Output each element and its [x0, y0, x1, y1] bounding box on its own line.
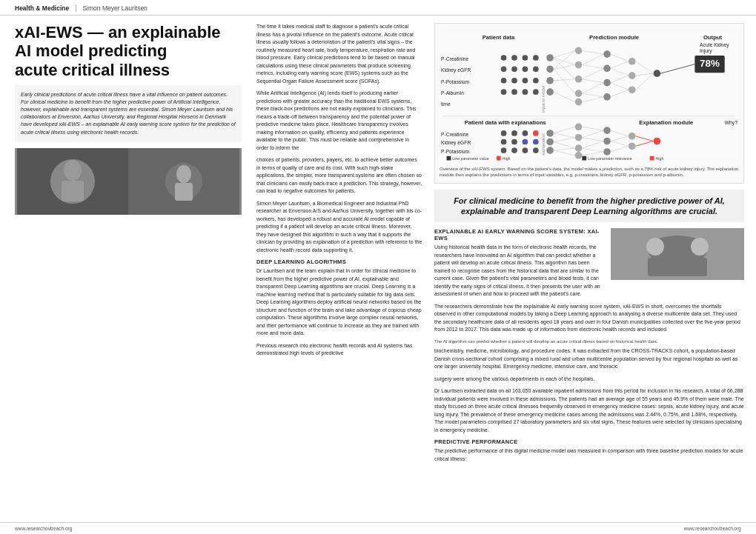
body-surgery: surgery were among the various departmen…: [434, 376, 744, 384]
svg-text:P-Creatinine: P-Creatinine: [441, 56, 469, 61]
svg-point-92: [501, 139, 507, 145]
svg-text:Acute Kidney: Acute Kidney: [700, 42, 729, 48]
svg-point-111: [629, 142, 636, 150]
page-wrapper: Health & Medicine | Simon Meyer Lauritse…: [0, 0, 756, 534]
svg-point-51: [629, 72, 636, 79]
article-title: xAI-EWS — an explainable AI model predic…: [15, 23, 242, 79]
svg-point-99: [533, 147, 539, 153]
svg-text:78%: 78%: [700, 58, 720, 69]
svg-text:Output: Output: [703, 34, 723, 41]
svg-point-38: [546, 66, 554, 73]
svg-point-41: [575, 47, 583, 55]
svg-text:Why?: Why?: [725, 120, 737, 126]
svg-text:Patient data: Patient data: [483, 34, 515, 41]
svg-rect-136: [582, 156, 586, 161]
svg-text:High: High: [503, 156, 511, 161]
svg-point-94: [523, 139, 528, 145]
svg-text:P-Potassium: P-Potassium: [441, 79, 469, 84]
svg-point-6: [176, 165, 191, 183]
svg-point-24: [533, 55, 539, 61]
small-image-right: [611, 228, 744, 280]
svg-point-90: [523, 130, 528, 136]
svg-point-102: [546, 147, 554, 154]
svg-text:Low parameter relevance: Low parameter relevance: [588, 156, 632, 161]
svg-point-32: [533, 78, 539, 84]
svg-point-109: [603, 148, 611, 156]
svg-text:High: High: [655, 156, 663, 161]
callout-text: For clinical medicine to benefit from th…: [442, 196, 737, 217]
middle-column: The time it takes medical staff to diagn…: [252, 16, 430, 522]
diagram-svg: Patient data Prediction module Output Ac…: [440, 28, 739, 161]
svg-point-34: [511, 89, 517, 95]
svg-point-45: [575, 99, 583, 106]
sidebar-box: Early clinical predictions of acute crit…: [15, 85, 242, 142]
svg-text:Patient data with explanations: Patient data with explanations: [465, 119, 546, 126]
body-biochem: biochemistry, medicine, microbiology, an…: [434, 347, 744, 371]
svg-point-47: [603, 65, 611, 73]
svg-point-35: [523, 89, 528, 95]
body-deep-learning: Dr Lauritsen and the team explain that i…: [256, 267, 422, 338]
svg-point-21: [501, 55, 507, 61]
svg-point-93: [511, 139, 517, 145]
svg-text:Kidney eGFR: Kidney eGFR: [441, 140, 471, 146]
svg-point-95: [533, 139, 539, 145]
svg-point-110: [629, 133, 636, 140]
svg-rect-7: [175, 183, 193, 201]
svg-point-28: [533, 67, 539, 73]
svg-point-105: [575, 144, 583, 152]
svg-point-36: [533, 89, 539, 95]
heading-predictive: PREDICTIVE PERFORMANCE: [434, 438, 744, 445]
svg-text:time: time: [441, 101, 451, 107]
body-previous: Previous research into electronic health…: [256, 342, 422, 358]
footer-bar: www.researchoutreach.org www.researchout…: [0, 522, 756, 534]
diagram-area: Patient data Prediction module Output Ac…: [434, 23, 744, 184]
svg-point-22: [511, 55, 517, 61]
svg-point-104: [575, 134, 583, 141]
svg-point-106: [575, 152, 583, 159]
svg-rect-142: [648, 258, 707, 276]
svg-text:Low  parameter value: Low parameter value: [452, 156, 488, 161]
title-line2: AI model predicting: [15, 41, 167, 60]
svg-point-48: [603, 79, 611, 87]
svg-point-91: [533, 130, 539, 136]
svg-point-50: [629, 58, 636, 65]
small-image-caption: The AI algorithm can predict whether a p…: [434, 338, 744, 344]
body-dr: Dr Lauritsen extracted data on all 163,0…: [434, 387, 744, 434]
body-p1: The time it takes medical staff to diagn…: [256, 23, 422, 85]
svg-point-96: [501, 147, 507, 153]
title-line1: xAI-EWS — an explainable: [15, 23, 221, 41]
svg-point-27: [523, 67, 528, 73]
svg-point-23: [523, 55, 528, 61]
header: Health & Medicine | Simon Meyer Lauritse…: [0, 0, 756, 16]
diagram-caption: Overview of the xAI-EWS system. Based on…: [440, 166, 739, 178]
svg-point-49: [603, 93, 611, 101]
header-category: Health & Medicine: [15, 4, 69, 12]
left-image: [15, 148, 242, 215]
main-content: xAI-EWS — an explainable AI model predic…: [0, 16, 756, 522]
sidebar-text: Early clinical predictions of acute crit…: [21, 92, 236, 135]
svg-point-112: [654, 138, 661, 145]
svg-point-97: [511, 147, 517, 153]
svg-text:Explanation module: Explanation module: [639, 119, 694, 126]
svg-text:explanation: explanation: [541, 133, 546, 156]
svg-point-29: [501, 78, 507, 84]
svg-text:P-Albumin: P-Albumin: [441, 90, 464, 96]
svg-point-53: [654, 70, 661, 77]
svg-text:input to model: input to model: [541, 86, 546, 113]
heading-deep-learning: DEEP LEARNING ALGORITHMS: [256, 258, 422, 265]
svg-rect-138: [650, 156, 654, 161]
right-column: Patient data Prediction module Output Ac…: [430, 16, 756, 522]
body-predictive: The predictive performance of this digit…: [434, 447, 744, 463]
svg-rect-132: [447, 156, 451, 161]
svg-point-52: [629, 86, 636, 93]
title-line3: acute critical illness: [15, 61, 170, 79]
body-xai2: The researchers demonstrate how the expl…: [434, 303, 744, 334]
svg-point-88: [501, 130, 507, 136]
svg-point-4: [64, 160, 82, 181]
svg-point-89: [511, 130, 517, 136]
left-column: xAI-EWS — an explainable AI model predic…: [0, 16, 252, 522]
header-divider: |: [75, 4, 76, 12]
svg-point-103: [575, 123, 583, 130]
svg-rect-5: [62, 181, 84, 201]
right-body: EXPLAINABLE AI EARLY WARNING SCORE SYSTE…: [434, 228, 744, 467]
